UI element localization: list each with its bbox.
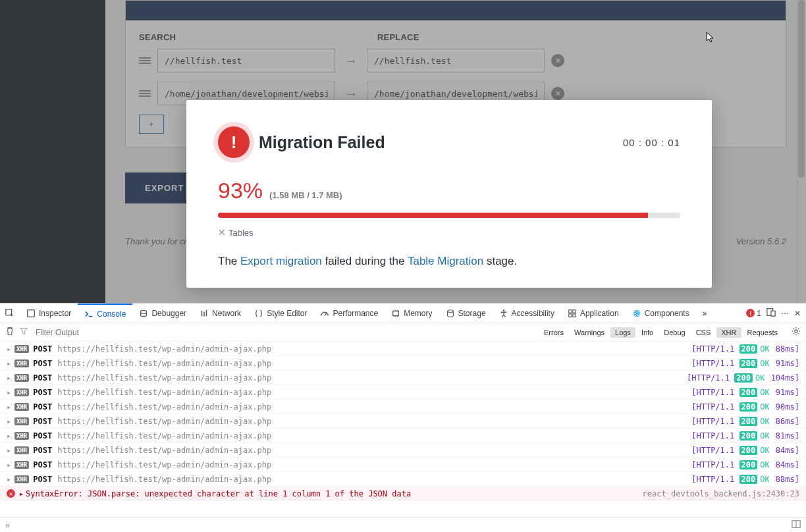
tab-debugger[interactable]: Debugger xyxy=(132,304,193,323)
filter-output-input[interactable] xyxy=(33,327,165,338)
error-icon: ✕ xyxy=(7,489,15,498)
request-url: https://hellfish.test/wp-admin/admin-aja… xyxy=(57,388,271,397)
tab-network[interactable]: Network xyxy=(193,304,248,323)
expand-caret-icon[interactable]: ▸ xyxy=(7,417,13,426)
request-url: https://hellfish.test/wp-admin/admin-aja… xyxy=(57,475,271,484)
http-method: POST xyxy=(33,431,52,440)
request-url: https://hellfish.test/wp-admin/admin-aja… xyxy=(57,431,271,440)
tab-memory[interactable]: Memory xyxy=(385,304,439,323)
tab-application[interactable]: Application xyxy=(561,304,626,323)
filter-chip-debug[interactable]: Debug xyxy=(659,327,689,338)
xhr-badge: XHR xyxy=(14,475,29,483)
table-migration-link[interactable]: Table Migration xyxy=(408,255,483,267)
response-summary: [HTTP/1.1 200OK 88ms] xyxy=(691,344,799,354)
expand-caret-icon[interactable]: ▸ xyxy=(7,388,13,397)
xhr-badge: XHR xyxy=(14,446,29,454)
modal-title: Migration Failed xyxy=(259,133,385,152)
expand-caret-icon[interactable]: ▸ xyxy=(7,460,13,469)
console-xhr-row[interactable]: ▸XHRPOSThttps://hellfish.test/wp-admin/a… xyxy=(0,342,806,356)
tab-components[interactable]: Components xyxy=(626,304,696,323)
funnel-icon xyxy=(20,327,28,337)
expand-caret-icon[interactable]: ▸ xyxy=(19,489,26,498)
console-prompt-icon[interactable]: » xyxy=(5,520,10,530)
response-summary: [HTTP/1.1 200OK 84ms] xyxy=(691,460,799,469)
expand-caret-icon[interactable]: ▸ xyxy=(7,344,13,354)
svg-rect-1 xyxy=(28,309,35,317)
expand-caret-icon[interactable]: ▸ xyxy=(7,446,13,455)
console-xhr-row[interactable]: ▸XHRPOSThttps://hellfish.test/wp-admin/a… xyxy=(0,472,806,487)
console-xhr-row[interactable]: ▸XHRPOSThttps://hellfish.test/wp-admin/a… xyxy=(0,443,806,458)
http-method: POST xyxy=(33,373,52,383)
expand-caret-icon[interactable]: ▸ xyxy=(7,431,13,440)
response-summary: [HTTP/1.1 200OK 86ms] xyxy=(691,417,799,426)
console-xhr-row[interactable]: ▸XHRPOSThttps://hellfish.test/wp-admin/a… xyxy=(0,429,806,443)
filter-chip-info[interactable]: Info xyxy=(637,327,658,338)
svg-point-12 xyxy=(635,312,637,314)
xhr-badge: XHR xyxy=(14,403,29,411)
console-error-row[interactable]: ✕▸SyntaxError: JSON.parse: unexpected ch… xyxy=(0,487,806,501)
http-method: POST xyxy=(33,344,52,354)
xhr-badge: XHR xyxy=(14,359,29,367)
xhr-badge: XHR xyxy=(14,461,29,469)
console-xhr-row[interactable]: ▸XHRPOSThttps://hellfish.test/wp-admin/a… xyxy=(0,371,806,385)
request-url: https://hellfish.test/wp-admin/admin-aja… xyxy=(57,402,271,412)
expand-caret-icon[interactable]: ▸ xyxy=(7,373,13,383)
progress-bar-fill xyxy=(218,213,648,218)
filter-chip-logs[interactable]: Logs xyxy=(610,327,635,338)
filter-chip-xhr[interactable]: XHR xyxy=(716,327,741,338)
console-xhr-row[interactable]: ▸XHRPOSThttps://hellfish.test/wp-admin/a… xyxy=(0,414,806,429)
filter-chip-errors[interactable]: Errors xyxy=(539,327,568,338)
response-summary: [HTTP/1.1 200OK 81ms] xyxy=(691,431,799,440)
http-method: POST xyxy=(33,359,52,368)
xhr-badge: XHR xyxy=(14,345,29,353)
expand-caret-icon[interactable]: ▸ xyxy=(7,402,13,412)
console-xhr-row[interactable]: ▸XHRPOSThttps://hellfish.test/wp-admin/a… xyxy=(0,400,806,414)
split-console-icon[interactable] xyxy=(792,519,801,531)
request-url: https://hellfish.test/wp-admin/admin-aja… xyxy=(57,446,271,455)
clear-console-icon[interactable] xyxy=(5,327,14,338)
devtools-tabbar: InspectorConsoleDebuggerNetworkStyle Edi… xyxy=(0,304,806,323)
console-xhr-row[interactable]: ▸XHRPOSThttps://hellfish.test/wp-admin/a… xyxy=(0,356,806,371)
tab-storage[interactable]: Storage xyxy=(439,304,493,323)
failure-message: The Export migration failed during the T… xyxy=(218,255,680,268)
responsive-mode-icon[interactable] xyxy=(766,307,776,319)
svg-point-6 xyxy=(447,309,453,312)
kebab-menu-icon[interactable]: ⋯ xyxy=(781,309,789,318)
http-method: POST xyxy=(33,417,52,426)
close-devtools-icon[interactable]: ✕ xyxy=(794,309,801,318)
response-summary: [HTTP/1.1 200OK 84ms] xyxy=(691,446,799,455)
expand-caret-icon[interactable]: ▸ xyxy=(7,475,13,484)
console-settings-icon[interactable] xyxy=(792,327,801,338)
response-summary: [HTTP/1.1 200OK 90ms] xyxy=(691,402,799,412)
filter-chip-requests[interactable]: Requests xyxy=(743,327,782,338)
console-xhr-row[interactable]: ▸XHRPOSThttps://hellfish.test/wp-admin/a… xyxy=(0,458,806,472)
http-method: POST xyxy=(33,446,52,455)
more-tabs-button[interactable]: » xyxy=(699,309,711,318)
error-icon: ! xyxy=(218,126,250,158)
tab-performance[interactable]: Performance xyxy=(313,304,385,323)
svg-rect-9 xyxy=(573,309,576,312)
tab-accessibility[interactable]: Accessibility xyxy=(493,304,561,323)
expand-caret-icon[interactable]: ▸ xyxy=(7,359,13,368)
xhr-badge: XHR xyxy=(14,388,29,396)
devtools-panel: InspectorConsoleDebuggerNetworkStyle Edi… xyxy=(0,303,806,532)
xhr-badge: XHR xyxy=(14,417,29,425)
svg-point-18 xyxy=(795,330,797,332)
tab-console[interactable]: Console xyxy=(78,304,132,323)
http-method: POST xyxy=(33,475,52,484)
request-url: https://hellfish.test/wp-admin/admin-aja… xyxy=(57,344,271,354)
svg-rect-10 xyxy=(569,313,572,316)
stage-indicator: ✕Tables xyxy=(218,227,680,238)
svg-rect-17 xyxy=(771,311,775,316)
request-url: https://hellfish.test/wp-admin/admin-aja… xyxy=(57,460,271,469)
tab-style-editor[interactable]: Style Editor xyxy=(248,304,313,323)
filter-chip-css[interactable]: CSS xyxy=(691,327,716,338)
export-migration-link[interactable]: Export migration xyxy=(240,255,322,267)
tab-inspector[interactable]: Inspector xyxy=(20,304,78,323)
pick-element-button[interactable] xyxy=(0,304,20,323)
response-summary: [HTTP/1.1 200OK 104ms] xyxy=(687,373,799,383)
error-count-badge[interactable]: !1 xyxy=(746,309,761,318)
error-source[interactable]: react_devtools_backend.js:2430:23 xyxy=(643,489,799,498)
console-xhr-row[interactable]: ▸XHRPOSThttps://hellfish.test/wp-admin/a… xyxy=(0,385,806,400)
filter-chip-warnings[interactable]: Warnings xyxy=(570,327,609,338)
